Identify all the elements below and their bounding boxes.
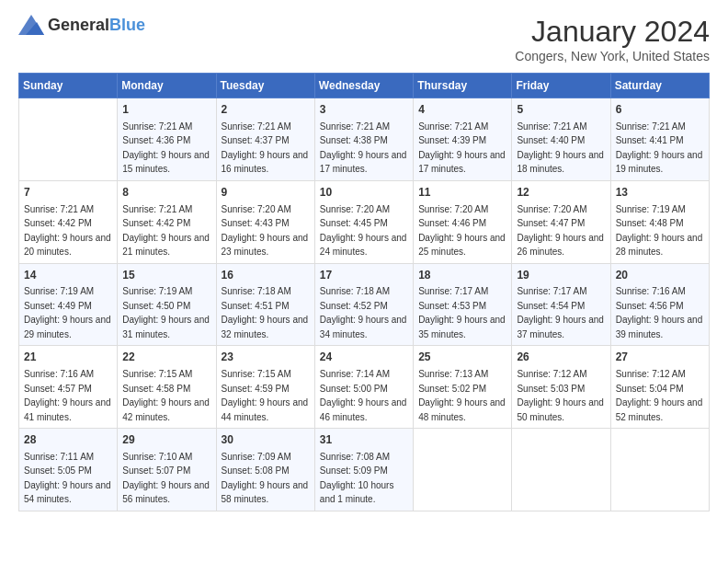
calendar-cell: 10Sunrise: 7:20 AMSunset: 4:45 PMDayligh… (314, 180, 413, 263)
calendar-cell: 13Sunrise: 7:19 AMSunset: 4:48 PMDayligh… (610, 180, 709, 263)
calendar-cell: 9Sunrise: 7:20 AMSunset: 4:43 PMDaylight… (216, 180, 314, 263)
calendar-cell: 26Sunrise: 7:12 AMSunset: 5:03 PMDayligh… (512, 346, 610, 429)
day-number: 15 (122, 268, 210, 283)
day-detail: Sunrise: 7:08 AMSunset: 5:09 PMDaylight:… (320, 452, 394, 505)
calendar-cell: 4Sunrise: 7:21 AMSunset: 4:39 PMDaylight… (414, 98, 512, 181)
day-detail: Sunrise: 7:19 AMSunset: 4:48 PMDaylight:… (616, 204, 703, 258)
logo-icon (18, 15, 44, 35)
calendar-cell: 29Sunrise: 7:10 AMSunset: 5:07 PMDayligh… (118, 429, 216, 511)
calendar-cell: 25Sunrise: 7:13 AMSunset: 5:02 PMDayligh… (414, 346, 512, 429)
calendar-cell: 14Sunrise: 7:19 AMSunset: 4:49 PMDayligh… (19, 263, 118, 346)
calendar-cell (19, 98, 118, 181)
day-number: 10 (320, 185, 408, 201)
calendar-cell: 11Sunrise: 7:20 AMSunset: 4:46 PMDayligh… (414, 180, 512, 263)
day-number: 21 (24, 350, 112, 365)
calendar-cell: 2Sunrise: 7:21 AMSunset: 4:37 PMDaylight… (216, 98, 314, 181)
day-detail: Sunrise: 7:20 AMSunset: 4:47 PMDaylight:… (517, 204, 604, 258)
weekday-header-wednesday: Wednesday (314, 74, 413, 98)
day-number: 19 (517, 268, 605, 283)
calendar-cell: 15Sunrise: 7:19 AMSunset: 4:50 PMDayligh… (118, 263, 216, 346)
day-detail: Sunrise: 7:18 AMSunset: 4:52 PMDaylight:… (320, 286, 407, 339)
day-number: 24 (320, 350, 408, 365)
day-number: 14 (24, 268, 112, 283)
day-number: 22 (122, 350, 210, 365)
weekday-header-friday: Friday (512, 74, 610, 98)
day-detail: Sunrise: 7:21 AMSunset: 4:37 PMDaylight:… (222, 121, 309, 175)
calendar-cell (414, 429, 512, 511)
day-detail: Sunrise: 7:21 AMSunset: 4:41 PMDaylight:… (616, 121, 703, 175)
day-detail: Sunrise: 7:14 AMSunset: 5:00 PMDaylight:… (320, 369, 407, 422)
calendar-body: 1Sunrise: 7:21 AMSunset: 4:36 PMDaylight… (19, 98, 710, 511)
calendar-cell: 16Sunrise: 7:18 AMSunset: 4:51 PMDayligh… (216, 263, 314, 346)
calendar-week-4: 21Sunrise: 7:16 AMSunset: 4:57 PMDayligh… (19, 346, 710, 429)
calendar-subtitle: Congers, New York, United States (515, 49, 710, 63)
title-section: January 2024 Congers, New York, United S… (515, 15, 710, 63)
day-number: 8 (122, 185, 210, 201)
calendar-cell: 7Sunrise: 7:21 AMSunset: 4:42 PMDaylight… (19, 180, 118, 263)
day-detail: Sunrise: 7:17 AMSunset: 4:54 PMDaylight:… (517, 286, 604, 339)
day-number: 7 (24, 185, 112, 201)
day-number: 30 (222, 432, 310, 448)
calendar-cell: 30Sunrise: 7:09 AMSunset: 5:08 PMDayligh… (216, 429, 314, 511)
day-number: 28 (24, 432, 112, 448)
day-detail: Sunrise: 7:17 AMSunset: 4:53 PMDaylight:… (418, 286, 506, 339)
calendar-header: SundayMondayTuesdayWednesdayThursdayFrid… (19, 74, 710, 98)
day-detail: Sunrise: 7:18 AMSunset: 4:51 PMDaylight:… (222, 286, 309, 339)
day-number: 1 (122, 102, 210, 118)
day-detail: Sunrise: 7:21 AMSunset: 4:42 PMDaylight:… (24, 204, 111, 258)
header: GeneralBlue January 2024 Congers, New Yo… (18, 15, 710, 63)
day-number: 6 (616, 102, 704, 118)
day-detail: Sunrise: 7:20 AMSunset: 4:43 PMDaylight:… (222, 204, 309, 258)
calendar-cell: 19Sunrise: 7:17 AMSunset: 4:54 PMDayligh… (512, 263, 610, 346)
day-number: 23 (222, 350, 310, 365)
calendar-cell: 20Sunrise: 7:16 AMSunset: 4:56 PMDayligh… (610, 263, 709, 346)
day-detail: Sunrise: 7:09 AMSunset: 5:08 PMDaylight:… (222, 452, 309, 505)
day-detail: Sunrise: 7:21 AMSunset: 4:39 PMDaylight:… (418, 121, 506, 175)
calendar-cell: 8Sunrise: 7:21 AMSunset: 4:42 PMDaylight… (118, 180, 216, 263)
calendar-cell: 6Sunrise: 7:21 AMSunset: 4:41 PMDaylight… (610, 98, 709, 181)
calendar-cell: 22Sunrise: 7:15 AMSunset: 4:58 PMDayligh… (118, 346, 216, 429)
calendar-cell: 27Sunrise: 7:12 AMSunset: 5:04 PMDayligh… (610, 346, 709, 429)
day-detail: Sunrise: 7:21 AMSunset: 4:38 PMDaylight:… (320, 121, 407, 175)
day-number: 9 (222, 185, 310, 201)
day-detail: Sunrise: 7:19 AMSunset: 4:50 PMDaylight:… (122, 286, 210, 339)
day-number: 16 (222, 268, 310, 283)
day-number: 2 (222, 102, 310, 118)
day-number: 3 (320, 102, 408, 118)
calendar-cell (610, 429, 709, 511)
day-detail: Sunrise: 7:12 AMSunset: 5:04 PMDaylight:… (616, 369, 703, 422)
day-number: 17 (320, 268, 408, 283)
logo: GeneralBlue (18, 15, 145, 35)
day-number: 4 (418, 102, 506, 118)
weekday-header-row: SundayMondayTuesdayWednesdayThursdayFrid… (19, 74, 710, 98)
weekday-header-sunday: Sunday (19, 74, 118, 98)
day-number: 25 (418, 350, 506, 365)
day-number: 13 (616, 185, 704, 201)
day-detail: Sunrise: 7:12 AMSunset: 5:03 PMDaylight:… (517, 369, 604, 422)
calendar-cell: 1Sunrise: 7:21 AMSunset: 4:36 PMDaylight… (118, 98, 216, 181)
day-number: 26 (517, 350, 605, 365)
day-detail: Sunrise: 7:19 AMSunset: 4:49 PMDaylight:… (24, 286, 111, 339)
day-detail: Sunrise: 7:16 AMSunset: 4:57 PMDaylight:… (24, 369, 111, 422)
day-number: 29 (122, 432, 210, 448)
calendar-cell: 5Sunrise: 7:21 AMSunset: 4:40 PMDaylight… (512, 98, 610, 181)
weekday-header-thursday: Thursday (414, 74, 512, 98)
logo-text-blue: Blue (109, 16, 145, 34)
weekday-header-tuesday: Tuesday (216, 74, 314, 98)
day-number: 5 (517, 102, 605, 118)
day-detail: Sunrise: 7:13 AMSunset: 5:02 PMDaylight:… (418, 369, 506, 422)
day-number: 11 (418, 185, 506, 201)
day-detail: Sunrise: 7:21 AMSunset: 4:42 PMDaylight:… (122, 204, 210, 258)
calendar-cell: 18Sunrise: 7:17 AMSunset: 4:53 PMDayligh… (414, 263, 512, 346)
day-detail: Sunrise: 7:10 AMSunset: 5:07 PMDaylight:… (122, 452, 210, 505)
day-detail: Sunrise: 7:15 AMSunset: 4:59 PMDaylight:… (222, 369, 309, 422)
calendar-cell: 31Sunrise: 7:08 AMSunset: 5:09 PMDayligh… (314, 429, 413, 511)
calendar-table: SundayMondayTuesdayWednesdayThursdayFrid… (18, 73, 710, 511)
calendar-week-1: 1Sunrise: 7:21 AMSunset: 4:36 PMDaylight… (19, 98, 710, 181)
calendar-cell: 28Sunrise: 7:11 AMSunset: 5:05 PMDayligh… (19, 429, 118, 511)
day-detail: Sunrise: 7:15 AMSunset: 4:58 PMDaylight:… (122, 369, 210, 422)
day-number: 20 (616, 268, 704, 283)
calendar-week-2: 7Sunrise: 7:21 AMSunset: 4:42 PMDaylight… (19, 180, 710, 263)
calendar-week-3: 14Sunrise: 7:19 AMSunset: 4:49 PMDayligh… (19, 263, 710, 346)
day-detail: Sunrise: 7:21 AMSunset: 4:36 PMDaylight:… (122, 121, 210, 175)
